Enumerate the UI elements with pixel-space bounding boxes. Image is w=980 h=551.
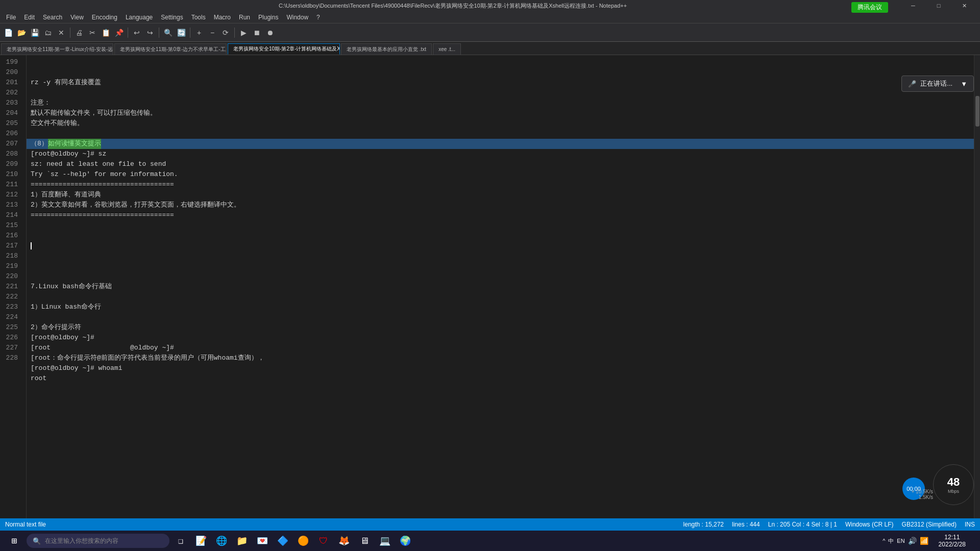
tb-cut[interactable]: ✂	[86, 27, 99, 39]
line-number-212: 212	[0, 190, 22, 200]
tb-save[interactable]: 💾	[29, 27, 41, 39]
code-line-225: [root @oldboy ~]#	[27, 343, 974, 353]
taskbar-app2[interactable]: 🟠	[294, 531, 312, 551]
taskbar-clock[interactable]: 12:11 2022/2/28	[935, 534, 970, 548]
menu-file[interactable]: File	[2, 11, 20, 23]
title-text: C:\Users\oldboy\Documents\Tencent Files\…	[4, 2, 901, 10]
recording-expand[interactable]: ▼	[961, 80, 967, 88]
tb-stop[interactable]: ⏹	[251, 27, 263, 39]
tb-print[interactable]: 🖨	[73, 27, 85, 39]
taskbar-search[interactable]: 🔍 在这里输入你想搜索的内容	[27, 534, 169, 548]
code-line-206: [root@oldboy ~]# sz	[27, 149, 974, 159]
menu-macro[interactable]: Macro	[210, 11, 235, 23]
tray-network[interactable]: 🔊	[908, 537, 917, 545]
maximize-button[interactable]: □	[927, 0, 950, 11]
menu-settings[interactable]: Settings	[157, 11, 187, 23]
show-desktop[interactable]	[972, 531, 976, 551]
taskbar-explorer[interactable]: 📁	[233, 531, 251, 551]
close-button[interactable]: ✕	[952, 0, 976, 11]
menu-window[interactable]: Window	[282, 11, 312, 23]
search-icon: 🔍	[33, 537, 41, 545]
toolbar: 📄 📂 💾 🗂 ✕ 🖨 ✂ 📋 📌 ↩ ↪ 🔍 🔄 + − ⟳ ▶ ⏹ ⏺	[0, 23, 980, 42]
taskbar-app1[interactable]: 🔷	[274, 531, 292, 551]
line-number-227: 227	[0, 343, 22, 353]
tab-bar: 老男孩网络安全11期-第一章-Linux介绍-安装-远程连接 .txt 老男孩网…	[0, 42, 980, 55]
line-number-205: 205	[0, 118, 22, 129]
menu-search[interactable]: Search	[39, 11, 66, 23]
menu-help[interactable]: ?	[312, 11, 324, 23]
tb-open[interactable]: 📂	[15, 27, 28, 39]
tb-paste[interactable]: 📌	[113, 27, 125, 39]
tb-new[interactable]: 📄	[2, 27, 14, 39]
code-line-221: 1）Linux bash命令行	[27, 302, 974, 312]
speed-number: 48	[947, 475, 960, 489]
line-number-208: 208	[0, 149, 22, 159]
code-line-201: 注意：	[27, 98, 974, 108]
minimize-button[interactable]: ─	[901, 0, 925, 11]
taskbar-app5[interactable]: 💻	[376, 531, 394, 551]
tb-zoomin[interactable]: +	[193, 27, 205, 39]
line-number-210: 210	[0, 169, 22, 180]
tb-close[interactable]: ✕	[55, 27, 67, 39]
tb-run[interactable]: ▶	[237, 27, 250, 39]
tb-replace[interactable]: 🔄	[175, 27, 187, 39]
code-line-199: rz -y 有同名直接覆盖	[27, 78, 974, 88]
file-length: length : 15,272	[683, 521, 724, 528]
tab-4[interactable]: xee .t...	[433, 43, 461, 55]
tray-volume[interactable]: 📶	[920, 537, 928, 545]
clock-time: 12:11	[939, 534, 966, 541]
taskbar: ⊞ 🔍 在这里输入你想搜索的内容 ❑ 📝 🌐 📁 💌 🔷 🟠 🛡 🦊 🖥 💻 🌍…	[0, 531, 980, 551]
taskbar-notepad[interactable]: 📝	[192, 531, 210, 551]
tray-time: EN	[897, 538, 904, 544]
vertical-scrollbar[interactable]	[974, 55, 980, 518]
speed-widget[interactable]: 48 Mbps	[933, 464, 974, 505]
mic-icon: 🎤	[908, 80, 916, 88]
line-number-204: 204	[0, 108, 22, 118]
taskbar-app3[interactable]: 🛡	[314, 531, 333, 551]
menu-plugins[interactable]: Plugins	[254, 11, 282, 23]
menu-language[interactable]: Language	[121, 11, 157, 23]
tab-0[interactable]: 老男孩网络安全11期-第一章-Linux介绍-安装-远程连接 .txt	[1, 43, 113, 55]
tb-find[interactable]: 🔍	[162, 27, 174, 39]
tab-3[interactable]: 老男孩网络最基本的应用小直觉 .txt	[341, 43, 432, 55]
tb-copy[interactable]: 📋	[100, 27, 112, 39]
line-number-222: 222	[0, 292, 22, 302]
line-number-225: 225	[0, 322, 22, 333]
code-line-205: （8）如何读懂英文提示	[27, 139, 974, 149]
insert-mode: INS	[965, 521, 975, 528]
menu-tools[interactable]: Tools	[187, 11, 210, 23]
tray-chevron[interactable]: ^	[883, 538, 885, 544]
code-area[interactable]: rz -y 有同名直接覆盖注意：默认不能传输文件夹，可以打压缩包传输。空文件不能…	[27, 55, 974, 518]
tb-redo[interactable]: ↪	[144, 27, 156, 39]
line-number-200: 200	[0, 67, 22, 78]
tab-2[interactable]: 老男孩网络安全10期-第2章-计算机网络基础及Xshell远程连接 .txt	[228, 43, 340, 55]
menu-encoding[interactable]: Encoding	[88, 11, 121, 23]
cursor-position: Ln : 205 Col : 4 Sel : 8 | 1	[768, 521, 837, 528]
line-number-226: 226	[0, 333, 22, 343]
tb-undo[interactable]: ↩	[131, 27, 143, 39]
taskbar-chrome[interactable]: 🌍	[396, 531, 414, 551]
recording-label: 正在讲话...	[920, 79, 952, 88]
taskbar-browser-edge[interactable]: 🌐	[212, 531, 231, 551]
code-line-204	[27, 129, 974, 139]
task-view-button[interactable]: ❑	[172, 531, 190, 551]
speed-info: + 10.5K/s 1.5K/s	[911, 489, 933, 500]
tb-rec[interactable]: ⏺	[264, 27, 276, 39]
tb-saveall[interactable]: 🗂	[42, 27, 54, 39]
line-number-203: 203	[0, 98, 22, 108]
tab-1[interactable]: 老男孩网络安全11期-第0章-边力不求早单工-工具集 .txt	[114, 43, 227, 55]
line-number-199: 199	[0, 57, 22, 67]
taskbar-mail[interactable]: 💌	[253, 531, 272, 551]
taskbar-terminal[interactable]: 🖥	[355, 531, 374, 551]
menu-run[interactable]: Run	[235, 11, 254, 23]
line-numbers: 1992002012022032042052062072082092102112…	[0, 55, 27, 518]
start-button[interactable]: ⊞	[4, 531, 24, 551]
qq-widget[interactable]: 腾讯会议	[851, 2, 888, 13]
taskbar-app4[interactable]: 🦊	[335, 531, 353, 551]
tb-sync[interactable]: ⟳	[219, 27, 232, 39]
toolbar-sep-3	[159, 28, 159, 38]
tb-zoomout[interactable]: −	[206, 27, 218, 39]
line-number-213: 213	[0, 200, 22, 210]
menu-view[interactable]: View	[66, 11, 88, 23]
menu-edit[interactable]: Edit	[20, 11, 39, 23]
